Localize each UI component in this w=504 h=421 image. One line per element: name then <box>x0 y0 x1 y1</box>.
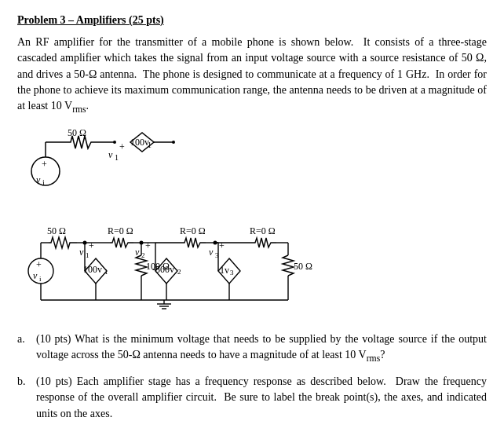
q-a-content: (10 pts) What is the minimum voltage tha… <box>36 331 487 366</box>
svg-point-8 <box>113 141 116 144</box>
svg-text:50 Ω: 50 Ω <box>47 225 66 236</box>
svg-text:+: + <box>145 240 151 251</box>
svg-text:1v: 1v <box>220 265 229 276</box>
svg-text:i: i <box>39 275 42 283</box>
svg-text:R=0 Ω: R=0 Ω <box>250 225 276 236</box>
svg-text:+: + <box>219 240 225 251</box>
svg-text:v: v <box>209 247 214 258</box>
svg-text:50 Ω: 50 Ω <box>294 261 312 272</box>
questions-section: a. (10 pts) What is the minimum voltage … <box>17 331 487 421</box>
svg-text:1: 1 <box>86 251 89 259</box>
svg-text:v: v <box>108 149 113 160</box>
svg-text:+: + <box>42 159 47 170</box>
intro-paragraph: An RF amplifier for the transmitter of a… <box>17 35 487 117</box>
svg-text:50 Ω: 50 Ω <box>68 128 86 138</box>
svg-text:+: + <box>36 259 42 270</box>
circuit-diagram-2: .cw { stroke:#000; stroke-width:1.4; fil… <box>17 225 488 319</box>
svg-point-16 <box>172 141 175 144</box>
svg-text:v: v <box>79 247 84 258</box>
svg-text:+: + <box>119 141 125 152</box>
svg-text:R=0 Ω: R=0 Ω <box>180 225 206 236</box>
q-b-content: (10 pts) Each amplifier stage has a freq… <box>36 374 487 421</box>
svg-text:3: 3 <box>230 269 234 276</box>
svg-text:v: v <box>36 174 41 185</box>
svg-text:100v: 100v <box>83 264 102 275</box>
svg-text:1: 1 <box>104 268 108 276</box>
svg-text:2: 2 <box>177 268 181 276</box>
svg-text:+: + <box>89 240 94 251</box>
svg-text:1: 1 <box>115 153 119 162</box>
svg-text:100v: 100v <box>130 137 149 148</box>
svg-text:R=0 Ω: R=0 Ω <box>108 225 133 236</box>
question-a: a. (10 pts) What is the minimum voltage … <box>17 331 487 366</box>
svg-text:1: 1 <box>148 141 152 149</box>
q-b-label: b. <box>17 374 31 421</box>
svg-text:i: i <box>42 178 45 187</box>
question-b: b. (10 pts) Each amplifier stage has a f… <box>17 374 487 421</box>
q-a-label: a. <box>17 331 31 366</box>
svg-text:v: v <box>33 270 38 281</box>
circuit-diagram: .wire { stroke: #000; stroke-width: 1.5;… <box>20 128 484 214</box>
problem-title: Problem 3 – Amplifiers (25 pts) <box>17 14 487 27</box>
